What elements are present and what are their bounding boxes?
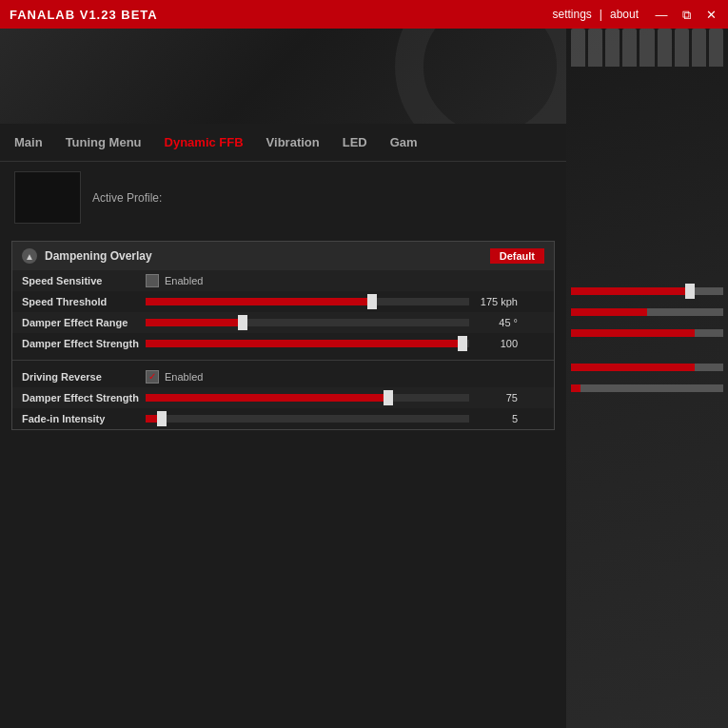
nav-tabs: Main Tuning Menu Dynamic FFB Vibration L… xyxy=(0,124,566,162)
speed-threshold-control: 175 kph xyxy=(146,296,544,307)
minimize-button[interactable]: — xyxy=(654,9,669,21)
right-fill-3 xyxy=(571,329,695,337)
gear-tooth-4 xyxy=(622,29,637,67)
damper-effect-strength-1-fill xyxy=(146,340,462,347)
right-gray-2 xyxy=(647,308,723,316)
profile-image xyxy=(14,171,81,224)
right-panel xyxy=(566,29,728,728)
gear-tooth-5 xyxy=(639,29,654,67)
about-link[interactable]: about xyxy=(606,8,642,21)
spacer-1 xyxy=(566,344,728,357)
fade-in-intensity-thumb[interactable] xyxy=(157,411,167,426)
damper-effect-range-value: 45 ° xyxy=(475,317,518,328)
speed-threshold-thumb[interactable] xyxy=(367,294,377,309)
fade-in-intensity-fill xyxy=(146,415,162,423)
tab-led[interactable]: LED xyxy=(331,124,379,161)
speed-threshold-label: Speed Threshold xyxy=(22,296,146,307)
fade-in-intensity-control: 5 xyxy=(146,413,544,424)
dampening-overlay-panel: ▲ Dampening Overlay Default Speed Sensit… xyxy=(11,241,555,430)
speed-threshold-value: 175 kph xyxy=(475,296,518,307)
tab-vibration[interactable]: Vibration xyxy=(255,124,331,161)
default-button[interactable]: Default xyxy=(490,248,544,264)
damper-effect-range-track[interactable] xyxy=(146,319,469,326)
gear-tooth-2 xyxy=(588,29,602,67)
damper-effect-strength-2-control: 75 xyxy=(146,392,544,403)
damper-effect-strength-2-thumb[interactable] xyxy=(384,390,393,405)
right-thumb-1 xyxy=(685,284,695,299)
app-title: FANALAB V1.23 BETA xyxy=(10,8,158,22)
app-window: Main Tuning Menu Dynamic FFB Vibration L… xyxy=(0,0,566,728)
gear-tooth-3 xyxy=(605,29,620,67)
profile-section: Active Profile: xyxy=(0,162,566,233)
damper-effect-range-row: Damper Effect Range 45 ° xyxy=(12,312,554,333)
right-panel-inner xyxy=(566,29,728,728)
right-slider-fade-in xyxy=(566,378,728,399)
driving-reverse-checkbox[interactable] xyxy=(146,370,159,384)
right-fill-4 xyxy=(571,364,695,371)
right-fill-1 xyxy=(571,287,685,295)
fade-in-intensity-value: 5 xyxy=(475,413,518,424)
damper-effect-strength-1-control: 100 xyxy=(146,338,544,349)
damper-effect-strength-1-label: Damper Effect Strength xyxy=(22,338,146,349)
right-slider-damper-strength xyxy=(566,323,728,344)
right-slider-driving-reverse-strength xyxy=(566,357,728,378)
speed-sensitive-row: Speed Sensitive Enabled xyxy=(12,270,554,291)
profile-label: Active Profile: xyxy=(92,191,162,205)
maximize-button[interactable]: ⧉ xyxy=(679,9,694,21)
damper-effect-strength-2-label: Damper Effect Strength xyxy=(22,392,146,403)
tab-gam[interactable]: Gam xyxy=(379,124,429,161)
driving-reverse-control: Enabled xyxy=(146,370,544,384)
speed-sensitive-checkbox-label: Enabled xyxy=(165,275,203,286)
speed-threshold-track[interactable] xyxy=(146,298,469,305)
damper-effect-strength-1-row: Damper Effect Strength 100 xyxy=(12,333,554,354)
right-fill-2 xyxy=(571,308,647,316)
speed-threshold-fill xyxy=(146,298,372,305)
right-gray-5 xyxy=(580,384,723,392)
speed-sensitive-checkbox-wrapper: Enabled xyxy=(146,274,203,287)
right-slider-damper-range xyxy=(566,302,728,323)
speed-sensitive-control: Enabled xyxy=(146,274,544,287)
damper-effect-range-fill xyxy=(146,319,243,326)
damper-effect-range-control: 45 ° xyxy=(146,317,544,328)
damper-effect-strength-1-value: 100 xyxy=(475,338,518,349)
separator-pipe: | xyxy=(596,8,606,21)
separator xyxy=(12,360,554,361)
fade-in-intensity-label: Fade-in Intensity xyxy=(22,413,146,424)
close-button[interactable]: ✕ xyxy=(703,9,718,21)
tab-dynamic-ffb[interactable]: Dynamic FFB xyxy=(153,124,255,161)
tab-main[interactable]: Main xyxy=(14,124,54,161)
damper-effect-strength-2-value: 75 xyxy=(475,392,518,403)
damper-effect-strength-2-track[interactable] xyxy=(146,394,469,402)
panel-title: Dampening Overlay xyxy=(45,249,152,263)
fade-in-intensity-row: Fade-in Intensity 5 xyxy=(12,408,554,429)
speed-sensitive-checkbox[interactable] xyxy=(146,274,159,287)
gear-tooth-7 xyxy=(675,29,689,67)
settings-link[interactable]: settings xyxy=(548,8,595,21)
right-gray-4 xyxy=(695,364,723,371)
right-gray-3 xyxy=(695,329,723,337)
gear-tooth-6 xyxy=(658,29,672,67)
damper-effect-strength-1-thumb[interactable] xyxy=(458,336,467,351)
collapse-icon[interactable]: ▲ xyxy=(22,248,37,264)
damper-effect-strength-1-track[interactable] xyxy=(146,340,469,347)
driving-reverse-row: Driving Reverse Enabled xyxy=(12,366,554,387)
driving-reverse-checkbox-wrapper: Enabled xyxy=(146,370,203,384)
speed-sensitive-label: Speed Sensitive xyxy=(22,275,146,286)
gear-tooth-1 xyxy=(571,29,585,67)
tab-tuning-menu[interactable]: Tuning Menu xyxy=(54,124,153,161)
panel-header-left: ▲ Dampening Overlay xyxy=(22,248,152,264)
title-bar-links: settings | about xyxy=(548,8,642,21)
damper-effect-range-thumb[interactable] xyxy=(238,315,247,330)
right-gray-1 xyxy=(695,287,723,295)
driving-reverse-checkbox-label: Enabled xyxy=(165,371,203,383)
damper-effect-strength-2-fill xyxy=(146,394,388,402)
title-bar-right: settings | about — ⧉ ✕ xyxy=(548,8,718,21)
damper-effect-strength-2-row: Damper Effect Strength 75 xyxy=(12,387,554,408)
right-slider-speed-threshold xyxy=(566,281,728,302)
fade-in-intensity-track[interactable] xyxy=(146,415,469,423)
driving-reverse-label: Driving Reverse xyxy=(22,371,146,383)
speed-threshold-row: Speed Threshold 175 kph xyxy=(12,291,554,312)
gear-tooth-8 xyxy=(692,29,706,67)
title-bar-controls: — ⧉ ✕ xyxy=(654,9,718,21)
damper-effect-range-label: Damper Effect Range xyxy=(22,317,146,328)
